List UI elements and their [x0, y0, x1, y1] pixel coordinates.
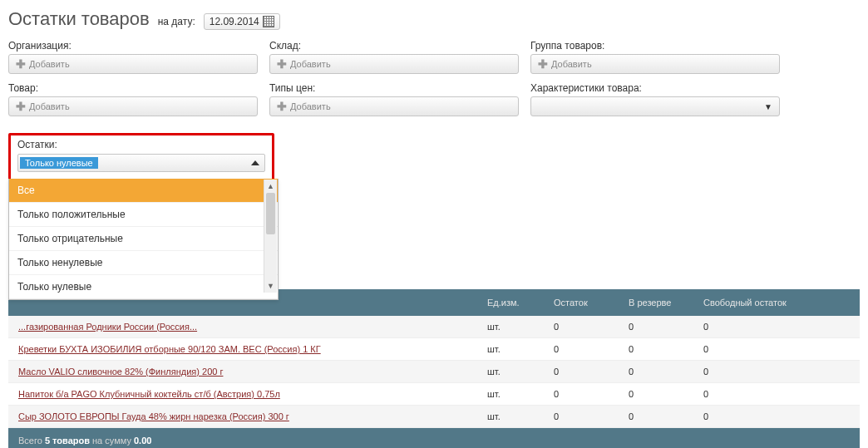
cell-free: 0 — [703, 322, 853, 332]
date-picker[interactable]: 12.09.2014 — [204, 13, 280, 30]
stock-selected-value: Только нулевые — [20, 157, 98, 169]
cell-stock: 0 — [554, 411, 629, 421]
stock-filter-wrapper: Остатки: Только нулевые Все Только полож… — [8, 133, 274, 181]
table-row: Масло VALIO сливочное 82% (Финляндия) 20… — [8, 361, 860, 383]
filter-label: Характеристики товара: — [530, 82, 780, 94]
cell-reserve: 0 — [629, 389, 703, 399]
calendar-icon[interactable] — [263, 16, 274, 27]
cell-unit: шт. — [487, 322, 554, 332]
product-link[interactable]: ...газированная Родники России (Россия..… — [18, 322, 197, 332]
filter-label: Группа товаров: — [530, 40, 780, 52]
table-row: Креветки БУХТА ИЗОБИЛИЯ отборные 90/120 … — [8, 338, 860, 361]
dropdown-option[interactable]: Только нулевые — [9, 275, 278, 299]
table-area: Ед.изм. Остаток В резерве Свободный оста… — [8, 289, 860, 448]
dropdown-option[interactable]: Только положительные — [9, 203, 278, 227]
plus-icon: ✚ — [277, 101, 287, 112]
plus-icon: ✚ — [538, 58, 548, 70]
cell-unit: шт. — [487, 344, 554, 354]
footer-mid: на сумму — [92, 436, 131, 446]
footer-count: 5 товаров — [45, 436, 90, 446]
footer-sum: 0.00 — [134, 436, 151, 446]
scroll-thumb[interactable] — [266, 193, 275, 234]
cell-reserve: 0 — [629, 322, 703, 332]
date-value: 12.09.2014 — [210, 16, 259, 27]
add-text: Добавить — [290, 101, 331, 111]
filter-characteristics: Характеристики товара: ▼ — [530, 82, 780, 116]
scrollbar[interactable]: ▲ ▼ — [264, 180, 277, 293]
cell-unit: шт. — [487, 389, 554, 399]
dropdown-option[interactable]: Только ненулевые — [9, 251, 278, 275]
filter-label: Товар: — [8, 82, 258, 94]
chevron-down-icon: ▼ — [764, 102, 772, 111]
product-link[interactable]: Масло VALIO сливочное 82% (Финляндия) 20… — [18, 367, 223, 377]
product-link[interactable]: Сыр ЗОЛОТО ЕВРОПЫ Гауда 48% жирн нарезка… — [18, 411, 289, 421]
cell-stock: 0 — [554, 367, 629, 377]
table-row: Напиток б/а PAGO Клубничный коктейль ст/… — [8, 383, 860, 406]
filters-grid: Организация: ✚ Добавить Склад: ✚ Добавит… — [8, 40, 860, 125]
add-group-button[interactable]: ✚ Добавить — [530, 54, 780, 74]
scroll-up-icon[interactable]: ▲ — [264, 180, 277, 193]
scroll-down-icon[interactable]: ▼ — [264, 279, 277, 293]
cell-stock: 0 — [554, 322, 629, 332]
cell-unit: шт. — [487, 367, 554, 377]
filter-label: Организация: — [8, 40, 258, 52]
filter-label: Склад: — [269, 40, 519, 52]
col-stock-header: Остаток — [554, 298, 629, 308]
date-label: на дату: — [158, 16, 195, 27]
col-free-header: Свободный остаток — [703, 298, 853, 308]
cell-reserve: 0 — [629, 411, 703, 421]
dropdown-option[interactable]: Только отрицательные — [9, 227, 278, 251]
add-organization-button[interactable]: ✚ Добавить — [8, 54, 258, 74]
add-product-button[interactable]: ✚ Добавить — [8, 96, 258, 116]
page-header: Остатки товаров на дату: 12.09.2014 — [8, 8, 860, 30]
cell-unit: шт. — [487, 411, 554, 421]
add-text: Добавить — [290, 59, 331, 69]
cell-free: 0 — [703, 411, 853, 421]
cell-reserve: 0 — [629, 344, 703, 354]
footer-prefix: Всего — [18, 436, 42, 446]
filter-group: Группа товаров: ✚ Добавить — [530, 40, 780, 74]
plus-icon: ✚ — [16, 58, 26, 70]
add-text: Добавить — [29, 101, 70, 111]
chevron-up-icon — [251, 160, 259, 165]
table-row: Сыр ЗОЛОТО ЕВРОПЫ Гауда 48% жирн нарезка… — [8, 406, 860, 428]
filter-warehouse: Склад: ✚ Добавить — [269, 40, 519, 74]
stock-select[interactable]: Только нулевые — [17, 154, 265, 172]
plus-icon: ✚ — [16, 101, 26, 112]
cell-stock: 0 — [554, 344, 629, 354]
filter-organization: Организация: ✚ Добавить — [8, 40, 258, 74]
page-title: Остатки товаров — [8, 8, 150, 30]
stock-filter-highlight: Остатки: Только нулевые — [8, 133, 274, 181]
product-link[interactable]: Напиток б/а PAGO Клубничный коктейль ст/… — [18, 389, 280, 399]
plus-icon: ✚ — [277, 58, 287, 70]
filter-product: Товар: ✚ Добавить — [8, 82, 258, 116]
cell-free: 0 — [703, 344, 853, 354]
stock-dropdown-list: Все Только положительные Только отрицате… — [8, 179, 279, 300]
filter-label: Остатки: — [17, 139, 265, 150]
col-unit-header: Ед.изм. — [487, 298, 554, 308]
col-reserve-header: В резерве — [629, 298, 703, 308]
product-link[interactable]: Креветки БУХТА ИЗОБИЛИЯ отборные 90/120 … — [18, 344, 321, 354]
add-warehouse-button[interactable]: ✚ Добавить — [269, 54, 519, 74]
add-text: Добавить — [29, 59, 70, 69]
cell-free: 0 — [703, 367, 853, 377]
cell-stock: 0 — [554, 389, 629, 399]
characteristics-dropdown[interactable]: ▼ — [530, 96, 780, 116]
add-price-type-button[interactable]: ✚ Добавить — [269, 96, 519, 116]
table-footer: Всего 5 товаров на сумму 0.00 — [8, 428, 860, 448]
dropdown-option[interactable]: Все — [9, 179, 278, 203]
cell-reserve: 0 — [629, 367, 703, 377]
add-text: Добавить — [551, 59, 592, 69]
table-row: ...газированная Родники России (Россия..… — [8, 316, 860, 338]
cell-free: 0 — [703, 389, 853, 399]
filter-label: Типы цен: — [269, 82, 519, 94]
filter-price-types: Типы цен: ✚ Добавить — [269, 82, 519, 116]
